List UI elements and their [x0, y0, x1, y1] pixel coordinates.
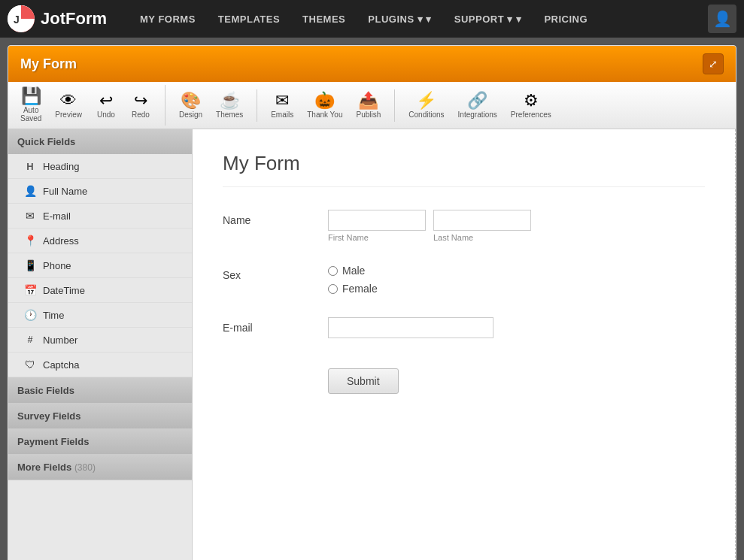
sidebar-item-fullname[interactable]: 👤 Full Name — [8, 179, 192, 204]
themes-button[interactable]: ☕ Themes — [210, 89, 249, 122]
thank-you-button[interactable]: 🎃 Thank You — [301, 89, 348, 122]
last-name-wrap: Last Name — [433, 210, 531, 242]
quick-fields-section: Quick Fields H Heading 👤 Full Name ✉ E-m… — [8, 129, 192, 378]
sex-radio-group: Male Female — [328, 265, 705, 295]
male-radio[interactable] — [328, 266, 338, 276]
email-label: E-mail — [223, 317, 313, 334]
undo-icon: ↩ — [99, 92, 113, 109]
sex-controls: Male Female — [328, 265, 705, 295]
publish-label: Publish — [356, 110, 381, 119]
integrations-label: Integrations — [458, 110, 497, 119]
sidebar-item-phone-label: Phone — [43, 260, 71, 271]
save-icon: 💾 — [21, 88, 41, 104]
submit-controls: Submit — [328, 361, 705, 394]
nav-templates[interactable]: TEMPLATES — [208, 8, 290, 31]
nav-themes[interactable]: THEMES — [292, 8, 356, 31]
conditions-button[interactable]: ⚡ Conditions — [402, 89, 450, 122]
sidebar-item-email[interactable]: ✉ E-mail — [8, 204, 192, 229]
preview-button[interactable]: 👁 Preview — [49, 89, 88, 122]
redo-label: Redo — [132, 110, 150, 119]
undo-button[interactable]: ↩ Undo — [90, 89, 123, 122]
sidebar-item-time[interactable]: 🕐 Time — [8, 303, 192, 328]
themes-icon: ☕ — [220, 92, 240, 109]
themes-label: Themes — [216, 110, 243, 119]
nav-support[interactable]: SUPPORT ▾ — [444, 8, 533, 31]
publish-button[interactable]: 📤 Publish — [350, 89, 387, 122]
logo-icon: J — [8, 5, 35, 32]
more-fields-label: More Fields — [17, 462, 71, 473]
survey-fields-header[interactable]: Survey Fields — [8, 404, 192, 429]
sidebar-item-email-label: E-mail — [43, 210, 71, 222]
sidebar-item-number[interactable]: # Number — [8, 328, 192, 353]
logo-text: JotForm — [41, 9, 107, 29]
user-profile-icon[interactable]: 👤 — [708, 5, 736, 33]
logo[interactable]: J JotForm — [8, 5, 107, 32]
form-heading: My Form — [223, 152, 705, 187]
sidebar: Quick Fields H Heading 👤 Full Name ✉ E-m… — [8, 129, 193, 560]
quick-fields-header[interactable]: Quick Fields — [8, 129, 192, 154]
basic-fields-header[interactable]: Basic Fields — [8, 378, 192, 404]
submit-button[interactable]: Submit — [328, 368, 399, 394]
more-fields-count: (380) — [74, 462, 96, 473]
integrations-button[interactable]: 🔗 Integrations — [452, 89, 503, 122]
thank-you-label: Thank You — [307, 110, 342, 119]
more-fields-header[interactable]: More Fields (380) — [8, 455, 192, 480]
phone-icon: 📱 — [23, 259, 37, 272]
nav-plugins[interactable]: PLUGINS ▾ — [357, 8, 442, 31]
nav-links: MY FORMS TEMPLATES THEMES PLUGINS ▾ SUPP… — [129, 8, 708, 31]
sidebar-item-phone[interactable]: 📱 Phone — [8, 253, 192, 278]
conditions-icon: ⚡ — [416, 92, 436, 109]
expand-button[interactable]: ⤢ — [703, 53, 724, 74]
integrations-icon: 🔗 — [467, 92, 487, 109]
payment-fields-header[interactable]: Payment Fields — [8, 429, 192, 455]
time-icon: 🕐 — [23, 308, 37, 322]
design-label: Design — [179, 110, 202, 119]
top-navigation: J JotForm MY FORMS TEMPLATES THEMES PLUG… — [0, 0, 744, 38]
sidebar-item-heading[interactable]: H Heading — [8, 154, 192, 179]
email-controls — [328, 317, 705, 338]
nav-my-forms[interactable]: MY FORMS — [129, 8, 206, 31]
name-controls: First Name Last Name — [328, 210, 705, 242]
nav-pricing[interactable]: PRICING — [533, 8, 598, 31]
email-input[interactable] — [328, 317, 493, 338]
number-icon: # — [23, 333, 37, 347]
form-canvas: My Form Name First Name Last Name — [193, 129, 736, 560]
female-radio-item[interactable]: Female — [328, 283, 705, 295]
toolbar: 💾 AutoSaved 👁 Preview ↩ Undo ↪ Redo — [8, 82, 736, 129]
first-name-input[interactable] — [328, 210, 426, 231]
last-name-input[interactable] — [433, 210, 531, 231]
emails-label: Emails — [271, 110, 293, 119]
auto-save-button[interactable]: 💾 AutoSaved — [14, 85, 47, 126]
sidebar-item-datetime[interactable]: 📅 DateTime — [8, 278, 192, 303]
publish-icon: 📤 — [358, 92, 378, 109]
captcha-icon: 🛡 — [23, 358, 37, 371]
male-radio-item[interactable]: Male — [328, 265, 705, 277]
emails-icon: ✉ — [275, 92, 289, 109]
name-label: Name — [223, 210, 313, 226]
redo-button[interactable]: ↪ Redo — [124, 89, 157, 122]
sidebar-item-address[interactable]: 📍 Address — [8, 229, 192, 253]
redo-icon: ↪ — [134, 92, 147, 109]
datetime-icon: 📅 — [23, 283, 37, 297]
submit-label-spacer — [223, 361, 313, 365]
toolbar-group-file: 💾 AutoSaved 👁 Preview ↩ Undo ↪ Redo — [14, 85, 166, 126]
female-radio[interactable] — [328, 284, 338, 294]
sidebar-item-captcha-label: Captcha — [43, 359, 79, 371]
design-button[interactable]: 🎨 Design — [173, 89, 208, 122]
address-icon: 📍 — [23, 234, 37, 247]
preferences-button[interactable]: ⚙ Preferences — [505, 89, 557, 122]
sidebar-item-fullname-label: Full Name — [43, 186, 87, 197]
sidebar-item-captcha[interactable]: 🛡 Captcha — [8, 353, 192, 377]
toolbar-group-design: 🎨 Design ☕ Themes — [173, 89, 257, 122]
toolbar-group-publish: ✉ Emails 🎃 Thank You 📤 Publish — [265, 89, 395, 122]
sidebar-item-heading-label: Heading — [43, 161, 79, 172]
fullname-icon: 👤 — [23, 184, 37, 198]
main-container: My Form ⤢ 💾 AutoSaved 👁 Preview ↩ Undo — [0, 38, 744, 560]
sidebar-item-time-label: Time — [43, 310, 64, 321]
first-name-wrap: First Name — [328, 210, 426, 242]
female-label: Female — [342, 283, 378, 295]
preview-icon: 👁 — [60, 92, 77, 109]
sidebar-item-address-label: Address — [43, 235, 79, 247]
emails-button[interactable]: ✉ Emails — [265, 89, 299, 122]
sidebar-item-datetime-label: DateTime — [43, 285, 85, 296]
